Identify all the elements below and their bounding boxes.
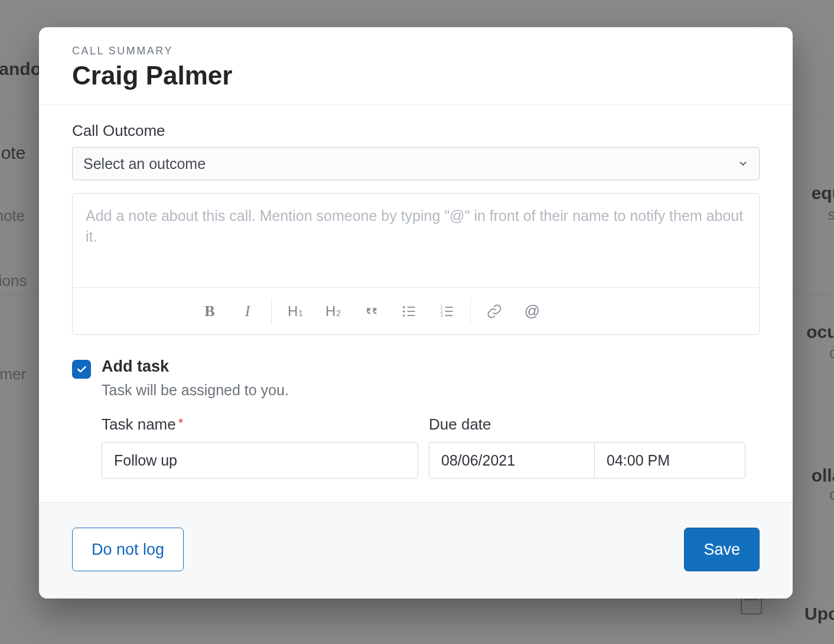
svg-text:3: 3 [441, 313, 443, 318]
add-task-label: Add task [102, 357, 760, 376]
call-outcome-select[interactable]: Select an outcome [72, 147, 760, 180]
modal-header: CALL SUMMARY Craig Palmer [39, 27, 793, 105]
toolbar-divider [470, 298, 471, 324]
link-icon [486, 303, 503, 320]
bold-button[interactable]: B [191, 294, 229, 329]
italic-icon: I [245, 303, 250, 320]
bullet-list-button[interactable] [390, 294, 428, 329]
call-summary-modal: CALL SUMMARY Craig Palmer Call Outcome S… [39, 27, 793, 599]
svg-point-4 [403, 314, 405, 317]
due-date-label: Due date [429, 415, 745, 434]
required-asterisk: * [178, 415, 184, 430]
add-task-checkbox[interactable] [72, 360, 91, 379]
editor-toolbar: B I H1 H2 1 2 [73, 287, 759, 334]
task-fields: Task name* Due date [102, 415, 760, 479]
quote-button[interactable] [352, 294, 390, 329]
quote-icon [363, 303, 379, 320]
ordered-list-button[interactable]: 1 2 3 [428, 294, 465, 329]
toolbar-divider [271, 298, 272, 324]
svg-point-2 [403, 310, 405, 313]
h1-button[interactable]: H1 [276, 294, 314, 329]
note-editor: Add a note about this call. Mention some… [72, 193, 760, 335]
task-name-label: Task name* [102, 415, 418, 434]
mention-button[interactable]: @ [513, 294, 551, 329]
at-icon: @ [524, 302, 540, 320]
do-not-log-button[interactable]: Do not log [72, 528, 184, 571]
check-icon [76, 363, 87, 375]
modal-eyebrow: CALL SUMMARY [72, 45, 760, 57]
modal-body: Call Outcome Select an outcome Add a not… [39, 105, 793, 502]
ordered-list-icon: 1 2 3 [438, 303, 455, 320]
call-outcome-label: Call Outcome [72, 122, 760, 140]
due-date-input[interactable] [429, 442, 594, 479]
note-textarea[interactable]: Add a note about this call. Mention some… [73, 194, 759, 287]
link-button[interactable] [475, 294, 513, 329]
due-time-input[interactable] [594, 442, 745, 479]
add-task-section: Add task Task will be assigned to you. T… [72, 357, 760, 479]
h1-icon: H1 [288, 303, 303, 320]
italic-button[interactable]: I [229, 294, 266, 329]
modal-title: Craig Palmer [72, 61, 760, 90]
modal-footer: Do not log Save [39, 502, 793, 599]
h2-icon: H2 [325, 303, 341, 320]
svg-point-0 [403, 306, 405, 308]
call-outcome-placeholder: Select an outcome [83, 155, 206, 173]
task-name-input[interactable] [102, 442, 418, 479]
h2-button[interactable]: H2 [314, 294, 352, 329]
bullet-list-icon [400, 303, 417, 320]
bold-icon: B [204, 303, 214, 320]
add-task-subtext: Task will be assigned to you. [102, 382, 760, 399]
chevron-down-icon [738, 158, 748, 169]
save-button[interactable]: Save [684, 528, 760, 571]
